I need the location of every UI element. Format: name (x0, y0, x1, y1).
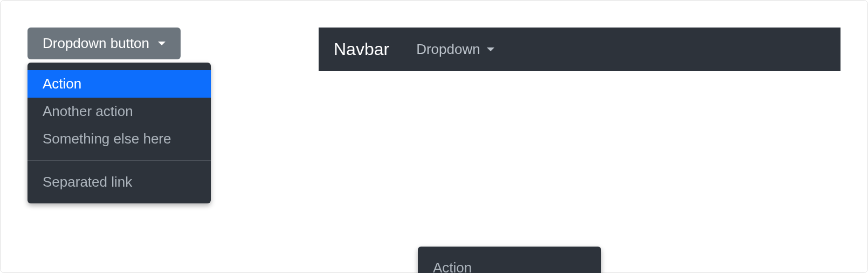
dropdown-item-another-action[interactable]: Another action (27, 98, 211, 125)
navbar-dropdown-item-action[interactable]: Action (418, 254, 601, 273)
dropdown-divider (27, 160, 211, 161)
navbar: Navbar Dropdown (319, 28, 841, 71)
dropdown-item-something-else[interactable]: Something else here (27, 125, 211, 153)
caret-down-icon (487, 47, 494, 51)
example-container: Dropdown button Action Another action So… (0, 0, 868, 273)
nav-dropdown-label: Dropdown (416, 41, 480, 58)
left-dropdown-section: Dropdown button Action Another action So… (27, 28, 211, 245)
right-navbar-section: Navbar Dropdown Action Another action So… (319, 28, 841, 245)
dropdown-button[interactable]: Dropdown button (27, 28, 181, 59)
caret-down-icon (158, 42, 166, 45)
dropdown-item-separated[interactable]: Separated link (27, 168, 211, 196)
navbar-brand[interactable]: Navbar (334, 39, 389, 59)
dropdown-item-action[interactable]: Action (27, 70, 211, 98)
nav-dropdown-toggle[interactable]: Dropdown (416, 41, 494, 58)
dropdown-button-label: Dropdown button (43, 35, 149, 52)
navbar-dropdown-menu: Action Another action Something else her… (418, 247, 601, 273)
dropdown-menu: Action Another action Something else her… (27, 63, 211, 203)
